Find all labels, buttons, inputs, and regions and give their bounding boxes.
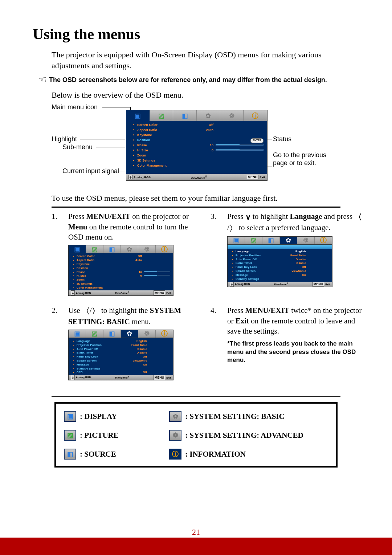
- page-number: 21: [0, 527, 392, 537]
- overview-line: Below is the overview of the OSD menu.: [52, 90, 359, 100]
- gear-icon: ✿: [127, 245, 132, 254]
- display-icon: ▣: [233, 236, 239, 245]
- osd-tab-bar: ▣ ▨ ◧ ✿ ❁ ⓘ: [126, 110, 267, 121]
- tab-sys-advanced: ❁: [220, 110, 244, 121]
- tab-display: ▣: [126, 110, 150, 121]
- gear-icon: ✿: [173, 412, 178, 420]
- osd-footer: ⏚ Analog RGB ViewSonic® MENUExit: [126, 174, 267, 180]
- step-number: 3.: [211, 211, 219, 296]
- tab-picture: ▨: [150, 110, 173, 121]
- step-4: 4. Press MENU/EXIT twice* on the project…: [211, 305, 363, 380]
- source-icon: ◧: [67, 450, 73, 458]
- info-icon: ⓘ: [172, 450, 179, 458]
- divider: [52, 207, 340, 208]
- step-1-text: Press MENU/EXIT on the projector or Menu…: [68, 211, 204, 242]
- gear-icon: ✿: [127, 329, 132, 338]
- legend-source: ◧ : SOURCE: [64, 449, 162, 460]
- divider: [52, 396, 340, 397]
- osd-menu-list: Screen ColorOffAspect RatioAutoKeystoneP…: [69, 253, 173, 290]
- legend-sys-basic: ✿ : SYSTEM SETTING: BASIC: [169, 411, 328, 422]
- step-3-text: Press ∨ to highlight Language and press …: [227, 211, 363, 233]
- footer-brand: ViewSonic®: [151, 175, 247, 180]
- info-icon: ⓘ: [252, 111, 258, 120]
- tab-source: ◧: [173, 110, 197, 121]
- step-2-osd: ▣ ▨ ◧ ✿ ❁ ⓘ LanguageEnglishProjector Pos…: [68, 330, 173, 380]
- step-3: 3. Press ∨ to highlight Language and pre…: [211, 211, 363, 296]
- gear2-icon: ❁: [303, 236, 309, 245]
- step-3-osd: ▣ ▨ ◧ ✿ ❁ ⓘ LanguageEnglishProjector Pos…: [227, 236, 332, 287]
- step-4-footnote: *The first press leads you back to the m…: [227, 340, 363, 364]
- legend-picture: ▨ : PICTURE: [64, 430, 162, 441]
- below-line: To use the OSD menus, please set them to…: [52, 193, 359, 203]
- note-callout: ☞ The OSD screenshots below are for refe…: [38, 76, 359, 85]
- display-icon: ▣: [74, 329, 80, 338]
- label-status: Status: [273, 135, 291, 143]
- tab-sys-basic: ✿: [197, 110, 220, 121]
- osd-menu-list: Screen ColorOffAspect RatioAutoKeystoneP…: [126, 121, 267, 174]
- left-arrow-icon: 〈: [82, 306, 90, 316]
- osd-overview-diagram: Main menu icon Highlight Sub-menu Curren…: [52, 103, 359, 187]
- legend-display: ▣ : DISPLAY: [64, 411, 162, 422]
- osd-overview-screenshot: ▣ ▨ ◧ ✿ ❁ ⓘ Screen ColorOffAspect RatioA…: [126, 110, 268, 181]
- info-icon: ⓘ: [320, 236, 327, 245]
- plug-icon: ⏚: [128, 175, 132, 179]
- label-highlight: Highlight: [52, 135, 77, 143]
- legend-information: ⓘ : INFORMATION: [169, 449, 328, 460]
- picture-icon: ▨: [91, 245, 98, 254]
- gear-icon: ✿: [205, 112, 211, 120]
- osd-menu-list: LanguageEnglishProjector PositionFront T…: [228, 245, 332, 282]
- info-icon: ⓘ: [161, 329, 168, 338]
- footer-exit: Exit: [260, 176, 265, 179]
- step-1-osd: ▣ ▨ ◧ ✿ ❁ ⓘ Screen ColorOffAspect RatioA…: [68, 245, 173, 296]
- footer-input: Analog RGB: [134, 176, 151, 179]
- steps-grid: 1. Press MENU/EXIT on the projector or M…: [52, 211, 359, 390]
- note-text: The OSD screenshots below are for refere…: [49, 76, 327, 84]
- label-submenu: Sub-menu: [62, 143, 93, 151]
- label-goto-exit: Go to the previous page or to exit.: [273, 151, 331, 167]
- step-1: 1. Press MENU/EXIT on the projector or M…: [52, 211, 204, 296]
- gear2-icon: ❁: [173, 431, 178, 439]
- step-2-text: Use 〈/〉 to highlight the SYSTEM SETTING:…: [68, 305, 204, 327]
- source-icon: ◧: [268, 236, 274, 245]
- left-arrow-icon: 〈: [354, 212, 362, 222]
- step-4-text: Press MENU/EXIT twice* on the projector …: [227, 305, 363, 336]
- step-number: 4.: [211, 305, 219, 380]
- gear2-icon: ❁: [144, 329, 150, 338]
- legend-sys-advanced: ❁ : SYSTEM SETTING: ADVANCED: [169, 430, 328, 441]
- source-icon: ◧: [109, 329, 115, 338]
- intro-paragraph: The projector is equipped with On-Screen…: [52, 49, 359, 71]
- footer-bar: [0, 538, 392, 555]
- picture-icon: ▨: [67, 431, 73, 439]
- picture-icon: ▨: [250, 236, 257, 245]
- osd-menu-list: LanguageEnglishProjector PositionFront T…: [69, 338, 173, 375]
- display-icon: ▣: [67, 412, 73, 420]
- gear2-icon: ❁: [144, 245, 150, 254]
- down-arrow-icon: ∨: [245, 212, 251, 222]
- info-icon: ⓘ: [161, 245, 168, 254]
- menu-badge: MENU: [247, 175, 259, 179]
- step-2: 2. Use 〈/〉 to highlight the SYSTEM SETTI…: [52, 305, 204, 380]
- source-icon: ◧: [109, 245, 115, 254]
- tab-info: ⓘ: [244, 110, 267, 121]
- gear-icon: ✿: [286, 236, 291, 245]
- step-number: 1.: [52, 211, 60, 296]
- right-arrow-icon: 〉: [229, 223, 237, 233]
- display-icon: ▣: [135, 112, 141, 120]
- right-arrow-icon: 〉: [92, 306, 99, 316]
- hand-pointing-icon: ☞: [38, 75, 47, 85]
- picture-icon: ▨: [91, 329, 98, 338]
- gear2-icon: ❁: [229, 112, 234, 120]
- step-number: 2.: [52, 305, 60, 380]
- source-icon: ◧: [182, 112, 188, 120]
- display-icon: ▣: [74, 245, 80, 254]
- page-heading: Using the menus: [33, 25, 359, 43]
- picture-icon: ▨: [158, 112, 164, 120]
- label-main-menu-icon: Main menu icon: [52, 103, 98, 111]
- icon-legend: ▣ : DISPLAY ✿ : SYSTEM SETTING: BASIC ▨ …: [54, 402, 338, 468]
